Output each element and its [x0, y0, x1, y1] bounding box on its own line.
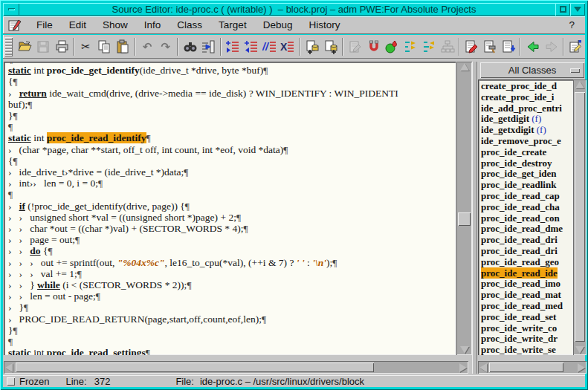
- list-item[interactable]: ide_getxdigit (f): [481, 125, 573, 136]
- menu-file[interactable]: File: [28, 19, 61, 30]
- list-item[interactable]: proc_ide_create: [481, 147, 573, 158]
- menu-info[interactable]: Info: [136, 19, 169, 30]
- list-item[interactable]: create_proc_ide_d: [481, 81, 573, 92]
- scroll-right-arrow-icon[interactable]: [578, 361, 585, 374]
- undo-button: ↶: [138, 37, 157, 56]
- list-item[interactable]: ide_remove_proc_e: [481, 136, 573, 147]
- outdent-button[interactable]: [242, 37, 261, 56]
- code-editor[interactable]: ¶static int proc_ide_get_identify(ide_dr…: [4, 62, 456, 355]
- copy-button[interactable]: [95, 37, 114, 56]
- frozen-toggle[interactable]: [7, 377, 15, 386]
- toolbar-separator: [563, 38, 564, 56]
- open-file-button[interactable]: [16, 37, 34, 56]
- scrollbar-thumb[interactable]: [16, 363, 374, 372]
- list-item[interactable]: proc_ide_read_set: [481, 312, 573, 323]
- find-button[interactable]: [181, 37, 199, 56]
- window-title: Source Editor: ide-proc.c ( (writable) )…: [3, 4, 585, 15]
- list-item[interactable]: proc_ide_read_con: [481, 213, 573, 224]
- menu-history[interactable]: History: [300, 19, 348, 30]
- menu-show[interactable]: Show: [94, 19, 136, 30]
- menu-debug[interactable]: Debug: [255, 19, 301, 30]
- code-horizontal-scrollbar[interactable]: [4, 361, 468, 374]
- list-item[interactable]: ide_add_proc_entri: [481, 103, 573, 114]
- magnet-icon: [366, 39, 381, 54]
- toolbar-grip-handle[interactable]: [4, 37, 13, 56]
- menu-help[interactable]: ?: [558, 17, 585, 33]
- forward-button: [542, 37, 560, 56]
- print-button[interactable]: [52, 37, 71, 56]
- list-item[interactable]: proc_ide_read_med: [481, 301, 573, 312]
- shade-button[interactable]: [570, 3, 585, 16]
- annotate-button[interactable]: [462, 37, 481, 56]
- build-button[interactable]: [481, 37, 500, 56]
- scrollbar-thumb[interactable]: [489, 363, 563, 372]
- list-item[interactable]: proc_ide_read_imo: [481, 279, 573, 290]
- scroll-right-arrow-icon[interactable]: [459, 361, 467, 374]
- toolbar-separator: [342, 38, 343, 56]
- class-function-list[interactable]: create_proc_ide_dcreate_proc_ide_iide_ad…: [478, 79, 573, 355]
- titlebar[interactable]: Source Editor: ide-proc.c ( (writable) )…: [3, 3, 585, 16]
- save-button: [34, 37, 53, 56]
- class-filter-dropdown[interactable]: All Classes: [480, 62, 584, 78]
- list-item[interactable]: proc_ide_read_dme: [481, 224, 573, 235]
- minimize-button[interactable]: [3, 3, 19, 16]
- scroll-down-arrow-icon[interactable]: [573, 346, 587, 354]
- code-line: › › › out += sprintf(out, "%04x%c", le16…: [8, 257, 456, 268]
- scroll-left-arrow-icon[interactable]: [5, 361, 13, 374]
- list-item[interactable]: proc_ide_read_cap: [481, 191, 573, 202]
- code-line: › }¶: [8, 302, 456, 313]
- code-line: {¶: [8, 155, 456, 166]
- list-vertical-scrollbar[interactable]: [573, 79, 587, 355]
- paste-button[interactable]: [114, 37, 132, 56]
- uncomment-button[interactable]: X: [279, 37, 297, 56]
- scrollbar-thumb[interactable]: [575, 92, 585, 342]
- add-method-button[interactable]: [322, 37, 340, 56]
- add-member-button[interactable]: [303, 37, 322, 56]
- scroll-down-arrow-icon[interactable]: [456, 346, 472, 354]
- hierarchy-button: [438, 37, 456, 56]
- list-item[interactable]: proc_ide_write_co: [481, 323, 573, 334]
- menu-target[interactable]: Target: [210, 19, 255, 30]
- cut-button[interactable]: ✂: [77, 37, 95, 56]
- code-vertical-scrollbar[interactable]: [456, 62, 472, 355]
- indent-button[interactable]: [224, 37, 242, 56]
- comment-icon: //: [262, 39, 277, 54]
- goto-line-button[interactable]: [199, 37, 218, 56]
- list-item[interactable]: proc_ide_readlink: [481, 180, 573, 191]
- code-line: › › unsigned short *val = ((unsigned sho…: [8, 212, 456, 223]
- back-button[interactable]: [523, 37, 542, 56]
- colorize-button[interactable]: [383, 37, 401, 56]
- menu-edit[interactable]: Edit: [61, 19, 94, 30]
- save-icon: [36, 39, 51, 54]
- list-item[interactable]: proc_ide_read_mat: [481, 290, 573, 301]
- list-item[interactable]: proc_ide_write_dr: [481, 334, 573, 345]
- list-item[interactable]: proc_ide_read_dri: [481, 235, 573, 246]
- scroll-up-arrow-icon[interactable]: [573, 81, 587, 88]
- list-item[interactable]: proc_ide_read_cha: [481, 202, 573, 213]
- list-item[interactable]: ide_getdigit (f): [481, 114, 573, 125]
- maximize-button[interactable]: [555, 3, 570, 16]
- list-item-selected[interactable]: proc_ide_read_ide: [481, 268, 573, 279]
- refold-button[interactable]: [420, 37, 439, 56]
- uncomment-icon: X: [280, 39, 295, 54]
- list-item[interactable]: proc_ide_get_iden: [481, 169, 573, 180]
- list-item[interactable]: proc_ide_destroy: [481, 158, 573, 169]
- toolbar-separator: [73, 38, 74, 56]
- scroll-up-arrow-icon[interactable]: [456, 63, 472, 71]
- menu-class[interactable]: Class: [169, 19, 210, 30]
- list-item[interactable]: proc_ide_read_dri: [481, 246, 573, 257]
- scroll-left-arrow-icon[interactable]: [479, 361, 487, 374]
- list-horizontal-scrollbar[interactable]: [478, 361, 587, 374]
- code-line: › (char *page, char **start, off_t off, …: [8, 144, 456, 155]
- list-item[interactable]: create_proc_ide_i: [481, 92, 573, 103]
- svg-text:X: X: [280, 41, 288, 53]
- pane-sash[interactable]: [472, 62, 477, 374]
- unfold-button[interactable]: [401, 37, 420, 56]
- scrollbar-thumb[interactable]: [458, 212, 471, 226]
- magnet-button[interactable]: [364, 37, 383, 56]
- list-item[interactable]: proc_ide_read_geo: [481, 257, 573, 268]
- import-button[interactable]: [500, 37, 518, 56]
- list-item[interactable]: proc_ide_write_se: [481, 345, 573, 355]
- properties-button[interactable]: [566, 37, 585, 56]
- comment-button[interactable]: //: [260, 37, 279, 56]
